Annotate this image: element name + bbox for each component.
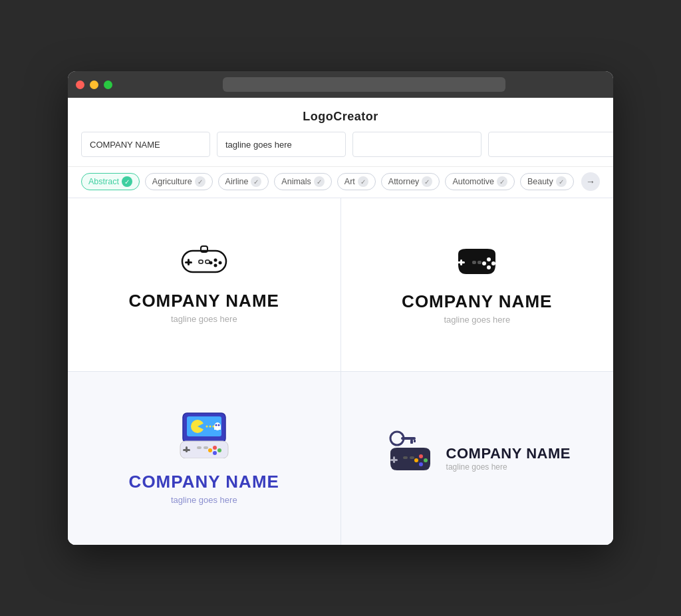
svg-point-4 — [218, 261, 221, 265]
check-icon-agriculture: ✓ — [195, 176, 205, 187]
logo-icon-2 — [453, 245, 501, 281]
svg-point-3 — [213, 259, 217, 262]
filter-automotive-label: Automotive — [452, 177, 494, 186]
logo-4-text: COMPANY NAME tagline goes here — [446, 445, 571, 472]
svg-point-12 — [487, 257, 491, 261]
filter-agriculture[interactable]: Agriculture ✓ — [145, 173, 213, 190]
app-window: LogoCreator SEARCH Abstract ✓ Agricultur… — [68, 71, 613, 545]
filter-abstract[interactable]: Abstract ✓ — [81, 173, 140, 190]
filter-abstract-label: Abstract — [88, 177, 119, 186]
check-icon-art: ✓ — [358, 176, 368, 187]
filter-art[interactable]: Art ✓ — [337, 173, 376, 190]
svg-rect-8 — [205, 260, 209, 263]
svg-point-35 — [208, 448, 212, 452]
filter-airline-label: Airline — [225, 177, 249, 186]
svg-rect-26 — [214, 426, 221, 430]
svg-rect-7 — [199, 260, 203, 263]
svg-point-22 — [205, 426, 207, 428]
logo-icon-4 — [384, 425, 437, 481]
svg-rect-49 — [410, 456, 414, 459]
check-icon-attorney: ✓ — [422, 176, 432, 187]
svg-point-15 — [482, 261, 486, 265]
svg-point-5 — [213, 264, 217, 267]
logo-2-tagline: tagline goes here — [444, 315, 510, 325]
svg-point-32 — [213, 446, 217, 450]
svg-rect-11 — [458, 261, 465, 263]
tagline-input[interactable] — [217, 132, 346, 157]
svg-point-13 — [491, 261, 495, 265]
logo-1-tagline: tagline goes here — [171, 314, 237, 324]
filter-next-button[interactable]: → — [581, 172, 600, 191]
svg-point-45 — [424, 458, 428, 462]
filter-attorney[interactable]: Attorney ✓ — [381, 173, 440, 190]
close-button[interactable] — [76, 80, 84, 89]
app-content: LogoCreator SEARCH Abstract ✓ Agricultur… — [68, 98, 613, 545]
svg-rect-36 — [197, 446, 202, 449]
svg-rect-48 — [403, 456, 408, 459]
filter-agriculture-label: Agriculture — [152, 177, 192, 186]
svg-rect-40 — [410, 440, 413, 444]
extra-input-1[interactable] — [352, 132, 481, 157]
svg-point-34 — [213, 451, 217, 455]
svg-point-46 — [419, 462, 423, 466]
logo-4-content: COMPANY NAME tagline goes here — [384, 425, 571, 492]
check-icon-beauty: ✓ — [556, 176, 567, 187]
svg-rect-41 — [414, 440, 416, 442]
app-title: LogoCreator — [68, 98, 613, 132]
svg-point-23 — [209, 426, 211, 428]
check-icon-animals: ✓ — [314, 176, 325, 187]
check-icon-automotive: ✓ — [497, 176, 507, 187]
svg-rect-39 — [401, 437, 416, 440]
logo-grid: COMPANY NAME tagline goes here — [68, 198, 613, 545]
maximize-button[interactable] — [104, 80, 112, 89]
url-bar[interactable] — [223, 77, 505, 92]
extra-input-2[interactable] — [488, 132, 613, 157]
logo-3-company-name: COMPANY NAME — [129, 472, 279, 492]
search-bar: SEARCH — [68, 132, 613, 166]
filter-bar: Abstract ✓ Agriculture ✓ Airline ✓ Anima… — [68, 166, 613, 198]
logo-card-4[interactable]: COMPANY NAME tagline goes here — [341, 372, 614, 545]
svg-rect-2 — [185, 261, 192, 263]
svg-point-14 — [487, 265, 491, 269]
logo-4-tagline: tagline goes here — [446, 462, 571, 472]
logo-3-tagline: tagline goes here — [171, 495, 237, 505]
filter-airline[interactable]: Airline ✓ — [218, 173, 269, 190]
logo-card-3[interactable]: COMPANY NAME tagline goes here — [68, 372, 340, 545]
svg-rect-37 — [204, 446, 208, 449]
logo-card-2[interactable]: COMPANY NAME tagline goes here — [341, 198, 614, 371]
logo-icon-1 — [181, 245, 227, 280]
filter-animals[interactable]: Animals ✓ — [274, 173, 331, 190]
filter-beauty-label: Beauty — [527, 177, 553, 186]
svg-point-44 — [419, 454, 423, 458]
logo-icon-3 — [178, 412, 231, 461]
logo-card-1[interactable]: COMPANY NAME tagline goes here — [68, 198, 340, 371]
svg-point-33 — [217, 448, 221, 452]
filter-automotive[interactable]: Automotive ✓ — [445, 173, 515, 190]
filter-art-label: Art — [344, 177, 355, 186]
svg-rect-43 — [390, 459, 398, 461]
minimize-button[interactable] — [90, 80, 98, 89]
svg-point-28 — [217, 424, 219, 426]
company-name-input[interactable] — [81, 132, 210, 157]
logo-4-company-name: COMPANY NAME — [446, 445, 571, 462]
svg-rect-31 — [183, 449, 190, 451]
filter-beauty[interactable]: Beauty ✓ — [520, 173, 574, 190]
check-icon-abstract: ✓ — [122, 176, 132, 187]
logo-2-company-name: COMPANY NAME — [402, 291, 552, 312]
title-bar — [68, 71, 613, 98]
svg-point-27 — [215, 424, 217, 426]
logo-1-company-name: COMPANY NAME — [129, 291, 279, 311]
filter-attorney-label: Attorney — [388, 177, 420, 186]
filter-animals-label: Animals — [281, 177, 311, 186]
svg-point-47 — [414, 458, 418, 462]
check-icon-airline: ✓ — [251, 176, 261, 187]
svg-rect-17 — [477, 261, 481, 264]
svg-rect-16 — [472, 261, 476, 264]
